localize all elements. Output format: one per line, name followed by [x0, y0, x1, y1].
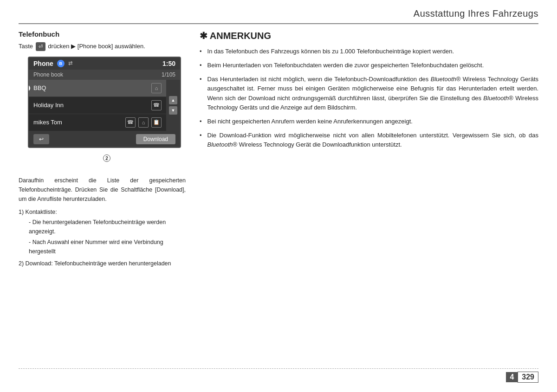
- row-holiday-icons: ☎: [151, 100, 162, 110]
- signal-icon: ⇄: [68, 60, 72, 66]
- page-header-title: Ausstattung Ihres Fahrzeugs: [414, 8, 538, 19]
- phone-ui-wrapper: Phone B ⇄ 1:50 Phone book 1/105: [28, 57, 186, 162]
- page-number: 4 329: [506, 372, 538, 383]
- list2-section: 2) Download: Telefonbucheinträge werden …: [19, 259, 186, 268]
- anmerkung-text-2: Beim Herunterladen von Telefonbuchdaten …: [207, 61, 484, 70]
- footer-divider: [19, 368, 538, 369]
- list1-item-1: Die heruntergeladenen Telefonbucheinträg…: [25, 218, 186, 236]
- anmerkung-list: In das Telefonbuch des Fahrzeugs können …: [200, 47, 538, 149]
- home-icon2: ⌂: [138, 117, 149, 128]
- list2-title: 2) Download:: [19, 260, 53, 267]
- anmerkung-item-5: Die Download-Funktion wird möglicherweis…: [200, 131, 538, 149]
- anmerkung-text-4: Bei nicht gespeicherten Anrufern werden …: [207, 117, 413, 126]
- anmerkung-item-2: Beim Herunterladen von Telefonbuchdaten …: [200, 61, 538, 70]
- back-arrow-icon: ↩: [39, 136, 44, 142]
- anmerkung-item-3: Das Herunterladen ist nicht möglich, wen…: [200, 75, 538, 112]
- circle-2: 2: [103, 154, 110, 162]
- intro-line1: Taste: [19, 43, 33, 50]
- phone-icon2: ☎: [125, 117, 136, 128]
- scroll-down-arrow[interactable]: ▼: [169, 106, 177, 115]
- phone-subheader: Phone book 1/105: [29, 70, 180, 80]
- phone-footer: ↩ Download: [29, 131, 180, 147]
- phone-time: 1:50: [162, 60, 175, 67]
- anmerkung-text-1: In das Telefonbuch des Fahrzeugs können …: [207, 47, 454, 56]
- phone-list: 1 BBQ ⌂ Holiday Inn ☎: [29, 80, 180, 131]
- row-mikes-label: mikes Tom: [33, 119, 62, 126]
- phone-row-mikes[interactable]: mikes Tom ☎ ⌂ 📋: [29, 114, 166, 131]
- anmerkung-title: ✱ ANMERKUNG: [200, 30, 538, 41]
- list1-items: Die heruntergeladenen Telefonbucheinträg…: [19, 218, 186, 256]
- page-num: 329: [518, 372, 538, 383]
- phone-header-left: Phone B ⇄: [33, 60, 72, 67]
- row-holiday-label: Holiday Inn: [33, 102, 64, 109]
- body-text: Daraufhin erscheint die Liste der gespei…: [19, 176, 186, 268]
- anmerkung-text-5: Die Download-Funktion wird möglicherweis…: [207, 131, 538, 149]
- intro-text: Taste ⏎ drücken ▶ [Phone book] auswählen…: [19, 42, 186, 51]
- back-button[interactable]: ↩: [33, 134, 49, 144]
- list2-text: Telefonbucheinträge werden heruntergelad…: [54, 260, 171, 267]
- phone-row-bbq[interactable]: 1 BBQ ⌂: [29, 80, 166, 97]
- list1-item-2: Nach Auswahl einer Nummer wird eine Verb…: [25, 238, 186, 256]
- key-button-icon: ⏎: [36, 42, 45, 51]
- download-button[interactable]: Download: [136, 134, 175, 144]
- right-column: ✱ ANMERKUNG In das Telefonbuch des Fahrz…: [200, 30, 538, 364]
- anmerkung-item-4: Bei nicht gespeicherten Anrufern werden …: [200, 117, 538, 126]
- list1-title: 1) Kontaktliste:: [19, 207, 186, 217]
- phone-title: Phone: [33, 60, 53, 67]
- scroll-panel: ▲ ▼: [166, 80, 180, 131]
- scroll-up-arrow[interactable]: ▲: [169, 96, 177, 104]
- row-mikes-icons: ☎ ⌂ 📋: [125, 117, 162, 128]
- page-section: 4: [506, 372, 518, 382]
- header-divider: [19, 23, 538, 24]
- book-icon: 📋: [151, 117, 162, 128]
- phone-rows: 1 BBQ ⌂ Holiday Inn ☎: [29, 80, 166, 131]
- list1-section: 1) Kontaktliste: Die heruntergeladenen T…: [19, 207, 186, 256]
- main-content: Telefonbuch Taste ⏎ drücken ▶ [Phone boo…: [19, 30, 538, 364]
- section-title: Telefonbuch: [19, 30, 186, 38]
- phone-icon: ☎: [151, 100, 162, 110]
- anmerkung-item-1: In das Telefonbuch des Fahrzeugs können …: [200, 47, 538, 56]
- phone-ui-mockup: Phone B ⇄ 1:50 Phone book 1/105: [28, 57, 181, 148]
- circle2-wrapper: 2: [28, 154, 186, 162]
- anmerkung-text-3: Das Herunterladen ist nicht möglich, wen…: [207, 75, 538, 112]
- phone-row-holiday[interactable]: Holiday Inn ☎: [29, 97, 166, 114]
- phone-header: Phone B ⇄ 1:50: [29, 58, 180, 70]
- download-label: Download: [143, 136, 168, 142]
- phonebook-pages: 1/105: [162, 71, 175, 78]
- circle-1: 1: [28, 84, 31, 92]
- row-bbq-label: BBQ: [33, 84, 46, 91]
- left-column: Telefonbuch Taste ⏎ drücken ▶ [Phone boo…: [19, 30, 186, 364]
- bluetooth-icon: B: [57, 60, 65, 67]
- phonebook-label: Phone book: [33, 71, 63, 78]
- row-bbq-icons: ⌂: [151, 83, 162, 93]
- body-paragraph: Daraufhin erscheint die Liste der gespei…: [19, 176, 186, 204]
- home-icon: ⌂: [151, 83, 162, 93]
- intro-line2: drücken ▶ [Phone book] auswählen.: [48, 43, 145, 50]
